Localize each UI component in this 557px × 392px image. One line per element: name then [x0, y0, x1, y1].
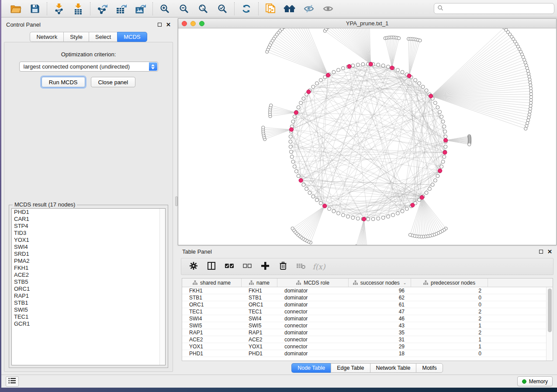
task-history-button[interactable] [6, 376, 19, 387]
cell-mcds-role[interactable]: dominator [277, 302, 349, 308]
cell-shared-name[interactable]: SWI5 [182, 323, 242, 329]
cell-shared-name[interactable]: RAP1 [182, 330, 242, 336]
save-session-button[interactable] [27, 2, 43, 16]
mcds-result-item[interactable]: SWI5 [12, 306, 165, 313]
cell-predecessor-nodes[interactable]: 2 [411, 316, 488, 322]
cell-name[interactable]: SWI5 [242, 323, 277, 329]
cell-mcds-role[interactable]: dominator [277, 295, 349, 301]
tab-network-table[interactable]: Network Table [370, 363, 416, 373]
mcds-result-item[interactable]: RAP1 [12, 292, 165, 299]
column-header-predecessor-nodes[interactable]: predecessor nodes [411, 279, 488, 287]
network-canvas[interactable] [178, 28, 556, 245]
cell-name[interactable]: PHD1 [242, 351, 277, 357]
cell-name[interactable]: TEC1 [242, 309, 277, 315]
table-row[interactable]: YOX1YOX1connector291 [182, 343, 546, 350]
cell-predecessor-nodes[interactable]: 2 [411, 309, 488, 315]
column-header-name[interactable]: name [242, 279, 277, 287]
mcds-result-item[interactable]: PMA2 [12, 258, 165, 265]
cell-shared-name[interactable]: YOX1 [182, 344, 242, 350]
show-columns-button[interactable] [206, 261, 217, 272]
function-builder-button[interactable]: f(x) [314, 261, 324, 272]
zoom-selected-button[interactable] [214, 2, 231, 16]
cell-predecessor-nodes[interactable]: 1 [411, 337, 488, 343]
delete-table-button[interactable] [296, 261, 306, 272]
cell-mcds-role[interactable]: connector [277, 344, 349, 350]
cell-predecessor-nodes[interactable]: 2 [411, 330, 488, 336]
float-table-panel-icon[interactable] [539, 250, 543, 254]
cell-predecessor-nodes[interactable]: 0 [411, 295, 488, 301]
first-neighbors-button[interactable] [281, 2, 298, 16]
cell-successor-nodes[interactable]: 31 [349, 337, 411, 343]
cell-shared-name[interactable]: SWI4 [182, 316, 242, 322]
cell-predecessor-nodes[interactable]: 0 [411, 351, 488, 357]
cell-name[interactable]: SWI4 [242, 316, 277, 322]
show-all-button[interactable] [320, 2, 336, 16]
table-options-gear-button[interactable] [188, 261, 199, 272]
cell-name[interactable]: FKH1 [242, 288, 277, 294]
export-network-button[interactable] [94, 2, 111, 16]
search-box[interactable] [434, 3, 554, 14]
column-header-mcds-role[interactable]: MCDS role [277, 279, 349, 287]
cell-successor-nodes[interactable]: 43 [349, 323, 411, 329]
cell-shared-name[interactable]: TEC1 [182, 309, 242, 315]
tab-network[interactable]: Network [30, 32, 63, 42]
tab-motifs[interactable]: Motifs [416, 363, 443, 373]
zoom-in-button[interactable] [156, 2, 173, 16]
result-list-scrollbar[interactable] [159, 209, 165, 365]
cell-name[interactable]: STB1 [242, 295, 277, 301]
tab-mcds[interactable]: MCDS [117, 32, 147, 42]
cell-successor-nodes[interactable]: 62 [349, 295, 411, 301]
memory-button[interactable]: Memory [517, 376, 553, 386]
table-row[interactable]: TEC1TEC1connector472 [182, 308, 546, 315]
cell-successor-nodes[interactable]: 96 [349, 288, 411, 294]
mcds-result-item[interactable]: ACE2 [12, 272, 165, 279]
table-row[interactable]: SWI4SWI4dominator462 [182, 315, 546, 322]
column-header-successor-nodes[interactable]: successor nodes⌄ [349, 279, 411, 287]
tab-node-table[interactable]: Node Table [291, 363, 331, 373]
cell-mcds-role[interactable]: connector [277, 323, 349, 329]
refresh-button[interactable] [238, 2, 255, 16]
cell-shared-name[interactable]: PHD1 [182, 351, 242, 357]
cell-predecessor-nodes[interactable]: 0 [411, 302, 488, 308]
import-network-button[interactable] [51, 2, 67, 16]
tab-style[interactable]: Style [63, 32, 89, 42]
cell-successor-nodes[interactable]: 47 [349, 309, 411, 315]
cell-predecessor-nodes[interactable]: 2 [411, 288, 488, 294]
mcds-result-item[interactable]: GCR1 [12, 320, 165, 327]
cell-successor-nodes[interactable]: 35 [349, 330, 411, 336]
add-column-button[interactable] [260, 261, 270, 272]
table-row[interactable]: SWI5SWI5connector431 [182, 322, 546, 329]
cell-mcds-role[interactable]: connector [277, 309, 349, 315]
mcds-result-item[interactable]: TID3 [12, 230, 165, 237]
hide-selected-button[interactable] [301, 2, 317, 16]
tab-edge-table[interactable]: Edge Table [331, 363, 370, 373]
cell-mcds-role[interactable]: dominator [277, 316, 349, 322]
close-panel-icon[interactable]: ✕ [166, 22, 171, 28]
float-panel-icon[interactable] [158, 23, 162, 27]
close-panel-button[interactable]: Close panel [91, 77, 136, 87]
cell-successor-nodes[interactable]: 29 [349, 344, 411, 350]
table-row[interactable]: PHD1PHD1dominator180 [182, 350, 546, 357]
table-row[interactable]: ORC1ORC1dominator610 [182, 301, 546, 308]
import-table-button[interactable] [70, 2, 86, 16]
zoom-out-button[interactable] [176, 2, 192, 16]
criterion-dropdown[interactable]: largest connected component (undirected) [19, 62, 158, 72]
select-all-rows-button[interactable] [224, 261, 235, 272]
cell-successor-nodes[interactable]: 61 [349, 302, 411, 308]
cell-name[interactable]: YOX1 [242, 344, 277, 350]
cell-shared-name[interactable]: ORC1 [182, 302, 242, 308]
cell-shared-name[interactable]: ACE2 [182, 337, 242, 343]
cell-successor-nodes[interactable]: 18 [349, 351, 411, 357]
table-row[interactable]: RAP1RAP1dominator352 [182, 329, 546, 336]
open-file-button[interactable] [7, 2, 24, 16]
delete-column-button[interactable] [278, 261, 288, 272]
mcds-result-item[interactable]: SWI4 [12, 244, 165, 251]
mcds-result-item[interactable]: YOX1 [12, 237, 165, 244]
cell-name[interactable]: RAP1 [242, 330, 277, 336]
search-input[interactable] [446, 6, 551, 12]
table-row[interactable]: FKH1FKH1dominator962 [182, 287, 546, 294]
cell-mcds-role[interactable]: dominator [277, 330, 349, 336]
mcds-result-item[interactable]: CAR1 [12, 216, 165, 223]
run-mcds-button[interactable]: Run MCDS [42, 77, 85, 87]
cell-name[interactable]: ACE2 [242, 337, 277, 343]
